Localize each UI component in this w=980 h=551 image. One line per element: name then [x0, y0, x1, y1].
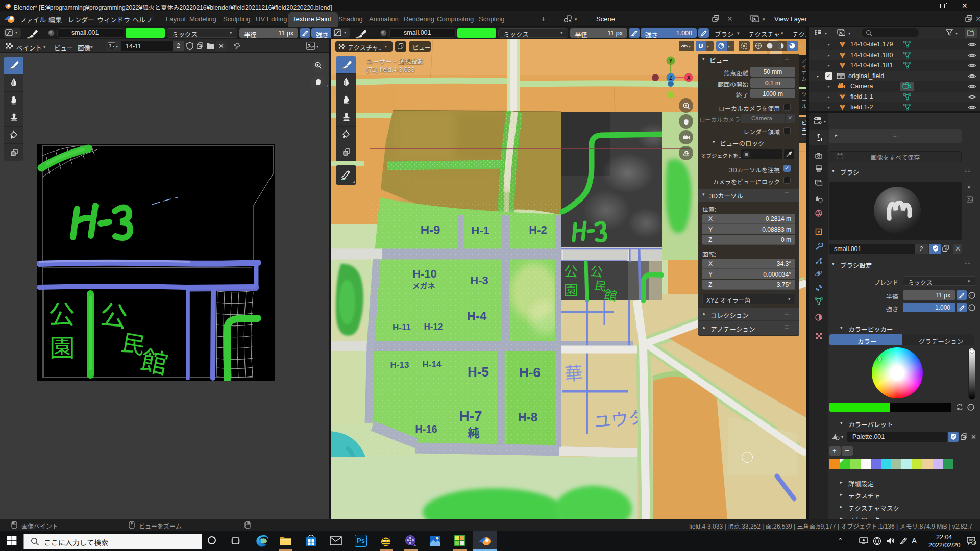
svg-text:H-12: H-12 — [424, 322, 443, 332]
svg-text:H-11: H-11 — [393, 322, 411, 332]
svg-text:H-1: H-1 — [471, 224, 489, 237]
svg-text:H-9: H-9 — [421, 223, 440, 237]
svg-text:H-2: H-2 — [529, 223, 547, 236]
svg-text:H-3: H-3 — [470, 274, 488, 287]
svg-text:公: 公 — [48, 293, 75, 332]
svg-text:H-16: H-16 — [415, 423, 437, 435]
svg-text:H-13: H-13 — [390, 360, 409, 370]
svg-text:3: 3 — [973, 541, 975, 545]
svg-text:H-7: H-7 — [459, 408, 482, 424]
svg-text:H-8: H-8 — [518, 410, 538, 424]
svg-text:華: 華 — [564, 358, 583, 385]
svg-text:H-10: H-10 — [412, 267, 437, 280]
svg-text:Z: Z — [669, 75, 672, 81]
svg-text:X: X — [687, 75, 691, 81]
svg-text:純: 純 — [468, 427, 480, 440]
svg-text:H-14: H-14 — [423, 360, 442, 369]
svg-text:園: 園 — [564, 278, 578, 299]
svg-text:園: 園 — [50, 327, 75, 364]
svg-text:H-4: H-4 — [467, 309, 487, 323]
svg-text:H-6: H-6 — [519, 365, 541, 380]
svg-text:メガネ: メガネ — [412, 282, 435, 290]
svg-text:Y: Y — [669, 58, 673, 64]
svg-text:H-5: H-5 — [468, 364, 489, 380]
